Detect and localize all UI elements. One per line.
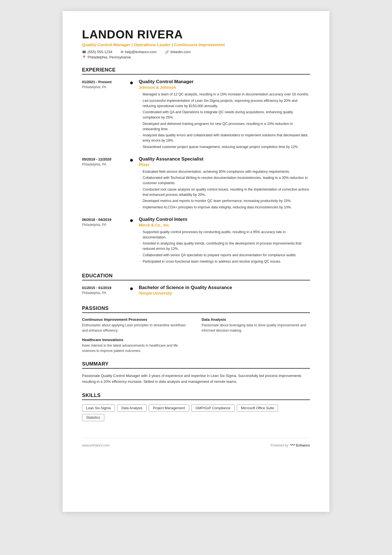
job-2-dot [130, 159, 133, 162]
bullet: Developed and delivered training program… [139, 121, 310, 132]
job-2-dates: 05/2019 - 12/2020 [82, 156, 129, 162]
job-2-title: Quality Assurance Specialist [139, 156, 310, 162]
job-3-company: Merck & Co., Inc. [139, 223, 310, 227]
phone-contact: ☎ (555) 555-1234 [82, 50, 112, 54]
bullet: Supported quality control processes by c… [139, 230, 310, 240]
bullet: Analyzed data quality errors and collabo… [139, 133, 310, 143]
skills-list: Lean Six-Sigma Data Analysis Project Man… [82, 404, 310, 412]
job-3-title: Quality Control Intern [139, 217, 310, 222]
passion-3-title: Healthcare Innovations [82, 338, 190, 342]
link-icon: 🔗 [165, 50, 169, 54]
email-contact: ✉ help@enhancv.com [121, 50, 157, 54]
job-3-dot-col [129, 217, 134, 265]
bullet: Coordinated with QA and Operations to in… [139, 110, 310, 120]
job-1: 01/2021 - Present Philadelphia, PA Quali… [82, 79, 310, 151]
job-1-company: Johnson & Johnson [139, 85, 310, 90]
experience-title: EXPERIENCE [82, 67, 310, 75]
passion-1-title: Continuous Improvement Processes [82, 317, 190, 322]
edu-1-dot-col [129, 285, 134, 298]
bullet: Streamlined customer project queue manag… [139, 144, 310, 150]
footer: www.enhancv.com Powered by 〰 Enhancv [82, 438, 310, 448]
phone-icon: ☎ [82, 50, 86, 54]
skill-4: GMP/GxP Compliance [191, 404, 235, 412]
job-3-dot [130, 219, 133, 222]
brand-name: Enhancv [296, 443, 310, 447]
passion-2: Data Analysis Passionate about leveragin… [202, 317, 310, 333]
passion-3: Healthcare Innovations Keen interest in … [82, 338, 190, 354]
phone-value: (555) 555-1234 [88, 50, 112, 54]
logo-wave-icon: 〰 [290, 443, 295, 448]
location-icon: 📍 [82, 55, 86, 59]
job-3-date-location: 06/2018 - 04/2019 Philadelphia, PA [82, 217, 129, 265]
header-section: LANDON RIVERA Quality Control Manager | … [82, 28, 310, 59]
experience-section: EXPERIENCE 01/2021 - Present Philadelphi… [82, 67, 310, 265]
skill-5: Microsoft Office Suite [237, 404, 278, 412]
passion-1-text: Enthusiastic about applying Lean princip… [82, 323, 190, 333]
job-3-dates: 06/2018 - 04/2019 [82, 217, 129, 222]
edu-1-dot [130, 287, 133, 290]
passion-2-text: Passionate about leveraging data to driv… [202, 323, 310, 333]
job-2-content: Quality Assurance Specialist Pfizer Eval… [134, 156, 310, 211]
skills-section: SKILLS Lean Six-Sigma Data Analysis Proj… [82, 393, 310, 421]
powered-by-label: Powered by [271, 443, 288, 447]
edu-1: 01/2015 - 01/2019 Philadelphia, PA Bache… [82, 285, 310, 298]
job-3-content: Quality Control Intern Merck & Co., Inc.… [134, 217, 310, 265]
summary-text: Passionate Quality Control Manager with … [82, 373, 310, 385]
job-2-date-location: 05/2019 - 12/2020 Philadelphia, PA [82, 156, 129, 211]
bullet: Collaborated with Technical Writing to r… [139, 175, 310, 186]
job-1-dot-col [129, 79, 134, 151]
passion-1: Continuous Improvement Processes Enthusi… [82, 317, 190, 333]
edu-1-dates: 01/2015 - 01/2019 [82, 285, 129, 290]
skill-2: Data Analysis [117, 404, 147, 412]
bullet: Conducted root cause analysis on quality… [139, 187, 310, 198]
footer-brand: Powered by 〰 Enhancv [271, 443, 310, 448]
passion-3-text: Keen interest in the latest advancements… [82, 343, 190, 354]
bullet: Participated in cross-functional team me… [139, 259, 310, 264]
edu-1-content: Bachelor of Science in Quality Assurance… [134, 285, 310, 298]
location-contact: 📍 Philadelphia, Pennsylvania [82, 55, 131, 59]
bullet: Managed a team of 12 QC analysts, result… [139, 92, 310, 97]
bullet: Assisted in analyzing data quality trend… [139, 241, 310, 251]
passions-title: PASSIONS [82, 305, 310, 313]
job-1-content: Quality Control Manager Johnson & Johnso… [134, 79, 310, 151]
job-3-bullets: Supported quality control processes by c… [139, 230, 310, 264]
resume-page: LANDON RIVERA Quality Control Manager | … [63, 11, 329, 512]
education-title: EDUCATION [82, 273, 310, 280]
website-contact: 🔗 linkedin.com [165, 50, 190, 54]
bullet: Developed metrics and reports to monitor… [139, 198, 310, 204]
candidate-name: LANDON RIVERA [82, 28, 310, 41]
bullet: Collaborated with senior QA specialists … [139, 253, 310, 258]
edu-1-school: Temple University [139, 291, 310, 295]
skills-list-2: Statistics [82, 414, 310, 421]
job-2-dot-col [129, 156, 134, 211]
summary-title: SUMMARY [82, 361, 310, 369]
job-2-location: Philadelphia, PA [82, 162, 129, 166]
job-1-bullets: Managed a team of 12 QC analysts, result… [139, 92, 310, 150]
skills-title: SKILLS [82, 393, 310, 400]
edu-1-location: Philadelphia, PA [82, 291, 129, 295]
skill-6: Statistics [82, 414, 104, 421]
website-value: linkedin.com [170, 50, 190, 54]
bullet: Led successful implementation of Lean Si… [139, 98, 310, 109]
footer-website: www.enhancv.com [82, 443, 110, 447]
job-1-location: Philadelphia, PA [82, 85, 129, 89]
email-value: help@enhancv.com [125, 50, 157, 54]
education-section: EDUCATION 01/2015 - 01/2019 Philadelphia… [82, 273, 310, 298]
passion-2-title: Data Analysis [202, 317, 310, 322]
job-1-dot [130, 82, 133, 84]
location-row: 📍 Philadelphia, Pennsylvania [82, 55, 310, 59]
edu-1-degree: Bachelor of Science in Quality Assurance [139, 285, 310, 290]
job-1-date-location: 01/2021 - Present Philadelphia, PA [82, 79, 129, 151]
edu-1-date-location: 01/2015 - 01/2019 Philadelphia, PA [82, 285, 129, 298]
job-1-dates: 01/2021 - Present [82, 79, 129, 85]
contact-row: ☎ (555) 555-1234 ✉ help@enhancv.com 🔗 li… [82, 50, 310, 54]
job-2: 05/2019 - 12/2020 Philadelphia, PA Quali… [82, 156, 310, 211]
candidate-title: Quality Control Manager | Operations Lea… [82, 42, 310, 47]
passions-grid: Continuous Improvement Processes Enthusi… [82, 317, 310, 353]
skill-3: Project Management [149, 404, 189, 412]
summary-section: SUMMARY Passionate Quality Control Manag… [82, 361, 310, 385]
job-3-location: Philadelphia, PA [82, 223, 129, 227]
job-2-company: Pfizer [139, 162, 310, 167]
bullet: Implemented ALCOA+ principles to improve… [139, 205, 310, 210]
job-1-title: Quality Control Manager [139, 79, 310, 85]
